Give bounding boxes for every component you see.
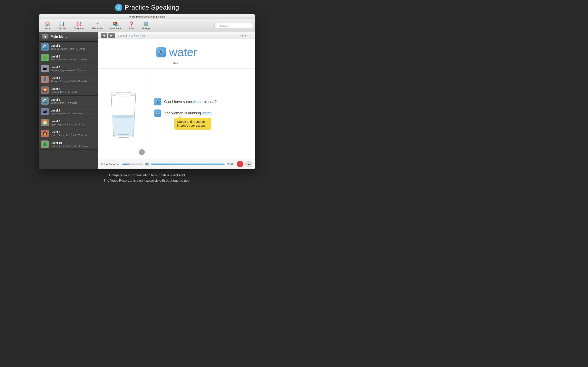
app-window: Word Power American English 🏠 Home 📊 Cou… bbox=[39, 14, 255, 169]
content-toolbar: ◀ ▶ Courses > Level 1 > All 42/46 ☆ bbox=[98, 32, 255, 39]
bottom-text: Compare your pronunciation to our native… bbox=[0, 169, 294, 184]
sidebar: ◀ Main Menu 🌊 Level 1 Basic Vocabulary P… bbox=[39, 32, 98, 169]
level10-text: Level 10 Lower Intermediate Part II • 97… bbox=[51, 141, 95, 147]
level1-desc: Basic Vocabulary Part I • 87 words bbox=[51, 48, 95, 50]
time-display: 00:31 bbox=[227, 163, 235, 166]
sentence1-speaker-icon: 🔊 bbox=[155, 100, 160, 104]
sentence1-highlight: water bbox=[193, 100, 202, 104]
level1-arrow: › bbox=[95, 45, 95, 49]
flashcards-icon: 🃏 bbox=[95, 21, 100, 27]
sidebar-item-level1[interactable]: 🌊 Level 1 Basic Vocabulary Part I • 87 w… bbox=[39, 42, 98, 52]
image-panel: + bbox=[98, 69, 149, 159]
sidebar-item-level2[interactable]: 🌿 Level 2 Basic Vocabulary Part II • 100… bbox=[39, 52, 98, 63]
level8-arrow: › bbox=[95, 121, 95, 124]
sentences-panel: 🔊 Can I have some water, please? 🔊 The bbox=[149, 69, 255, 159]
sentence1-audio-button[interactable]: 🔊 bbox=[154, 98, 161, 105]
sidebar-item-level3[interactable]: 🏔 Level 3 Absolute Beginner Part I • 89 … bbox=[39, 63, 98, 74]
nav-label-courses: Courses bbox=[58, 27, 66, 30]
sidebar-item-level4[interactable]: 👤 Level 4 Absolute Beginner Part II • 82… bbox=[39, 74, 98, 85]
level2-text: Level 2 Basic Vocabulary Part II • 100 w… bbox=[51, 55, 95, 61]
level2-thumb: 🌿 bbox=[41, 54, 49, 61]
bottom-line2: The Voice Recorder is easily accessible … bbox=[0, 178, 294, 183]
sidebar-item-level5[interactable]: 🌄 Level 5 Beginner Part I • 96 words › bbox=[39, 85, 98, 96]
nav-label-home: Home bbox=[44, 27, 51, 30]
svg-point-2 bbox=[112, 115, 135, 118]
top-header: 3 Practice Speaking bbox=[0, 0, 294, 14]
sidebar-header: ◀ Main Menu bbox=[39, 32, 98, 42]
courses-icon: 📊 bbox=[59, 21, 65, 27]
wave-icon: )))) bbox=[145, 162, 149, 166]
level2-arrow: › bbox=[95, 56, 95, 59]
level3-desc: Absolute Beginner Part I • 89 words bbox=[51, 69, 95, 72]
settings-icon: ⚙️ bbox=[143, 21, 149, 27]
level7-thumb: 🏙 bbox=[41, 108, 49, 115]
level3-name: Level 3 bbox=[51, 66, 95, 69]
level6-desc: Beginner Part II • 99 words bbox=[51, 101, 95, 104]
nav-label-about: About bbox=[129, 27, 135, 30]
level4-name: Level 4 bbox=[51, 76, 95, 80]
sidebar-item-level6[interactable]: 🌊 Level 6 Beginner Part II • 99 words › bbox=[39, 96, 98, 106]
recorder-bar: Voice Recorder )))) 00:31 ▶ bbox=[98, 159, 255, 169]
app-titlebar: Word Power American English bbox=[39, 14, 255, 19]
app-window-title: Word Power American English bbox=[129, 15, 165, 18]
sentence-row-1: 🔊 Can I have some water, please? bbox=[154, 98, 250, 105]
level8-name: Level 8 bbox=[51, 120, 95, 123]
level3-arrow: › bbox=[95, 67, 95, 70]
sidebar-back-button[interactable]: ◀ bbox=[42, 34, 48, 39]
main-word: water bbox=[169, 45, 197, 59]
nav-item-wordbank[interactable]: 📚 Word Bank bbox=[106, 21, 125, 30]
sentence2-highlight: water bbox=[202, 111, 211, 115]
recorder-label: Voice Recorder bbox=[101, 163, 120, 166]
sentence-row-2: 🔊 The woman is drinking water. Speak and… bbox=[154, 109, 250, 129]
level5-name: Level 5 bbox=[51, 87, 95, 91]
nav-label-categories: Categories bbox=[73, 27, 84, 30]
next-button[interactable]: ▶ bbox=[108, 33, 115, 38]
sidebar-item-level9[interactable]: 👩 Level 9 Lower Intermediate Part I • 98… bbox=[39, 128, 98, 139]
sidebar-item-level10[interactable]: 🌲 Level 10 Lower Intermediate Part II • … bbox=[39, 139, 98, 150]
level6-arrow: › bbox=[95, 99, 95, 103]
level5-text: Level 5 Beginner Part I • 96 words bbox=[51, 87, 95, 93]
level2-name: Level 2 bbox=[51, 55, 95, 58]
nav-item-flashcards[interactable]: 🃏 Flashcards bbox=[88, 21, 107, 30]
prev-button[interactable]: ◀ bbox=[101, 33, 107, 38]
level10-thumb: 🌲 bbox=[41, 141, 49, 148]
level4-arrow: › bbox=[95, 78, 95, 81]
wordbank-icon: 📚 bbox=[113, 21, 118, 27]
level9-thumb: 👩 bbox=[41, 130, 49, 137]
sentence2-audio-button[interactable]: 🔊 bbox=[154, 109, 161, 117]
level4-thumb: 👤 bbox=[41, 76, 49, 83]
expand-button[interactable]: + bbox=[139, 149, 145, 155]
level5-arrow: › bbox=[95, 89, 95, 92]
nav-label-wordbank: Word Bank bbox=[110, 27, 121, 30]
sentence2-speaker-icon: 🔊 bbox=[155, 111, 160, 115]
level1-thumb: 🌊 bbox=[41, 43, 49, 50]
level10-arrow: › bbox=[95, 142, 95, 146]
favorite-button[interactable]: ☆ bbox=[249, 33, 252, 38]
about-icon: ❓ bbox=[129, 21, 134, 27]
sidebar-item-level7[interactable]: 🏙 Level 7 Upper Beginner Part I • 90 wor… bbox=[39, 106, 98, 117]
level3-text: Level 3 Absolute Beginner Part I • 89 wo… bbox=[51, 66, 95, 72]
level5-thumb: 🌄 bbox=[41, 86, 49, 94]
level10-desc: Lower Intermediate Part II • 97 words bbox=[51, 145, 95, 147]
nav-item-settings[interactable]: ⚙️ Settings bbox=[138, 21, 154, 30]
word-audio-button[interactable]: 🔊 bbox=[156, 47, 166, 57]
level6-text: Level 6 Beginner Part II • 99 words bbox=[51, 98, 95, 104]
play-button[interactable]: ▶ bbox=[245, 161, 252, 167]
level7-desc: Upper Beginner Part I • 90 words bbox=[51, 112, 95, 115]
record-button[interactable] bbox=[237, 161, 243, 167]
level7-text: Level 7 Upper Beginner Part I • 90 words bbox=[51, 109, 95, 115]
nav-item-about[interactable]: ❓ About bbox=[125, 21, 138, 30]
tooltip: Speak and repeat to improve your accent bbox=[174, 118, 211, 130]
nav-item-home[interactable]: 🏠 Home bbox=[41, 21, 54, 30]
progress-fill bbox=[122, 164, 130, 165]
level4-text: Level 4 Absolute Beginner Part II • 82 w… bbox=[51, 76, 95, 82]
page-count: 42/46 bbox=[240, 34, 247, 37]
search-input[interactable] bbox=[214, 23, 253, 28]
level9-name: Level 9 bbox=[51, 131, 95, 134]
nav-item-categories[interactable]: 🎯 Categories bbox=[70, 21, 88, 30]
sidebar-item-level8[interactable]: 🌅 Level 8 Upper Beginner Part II • 97 wo… bbox=[39, 117, 98, 128]
level1-text: Level 1 Basic Vocabulary Part I • 87 wor… bbox=[51, 44, 95, 50]
nav-item-courses[interactable]: 📊 Courses bbox=[54, 21, 70, 30]
sentence1-text: Can I have some water, please? bbox=[164, 98, 217, 104]
word-row: 🔊 water bbox=[156, 45, 197, 59]
